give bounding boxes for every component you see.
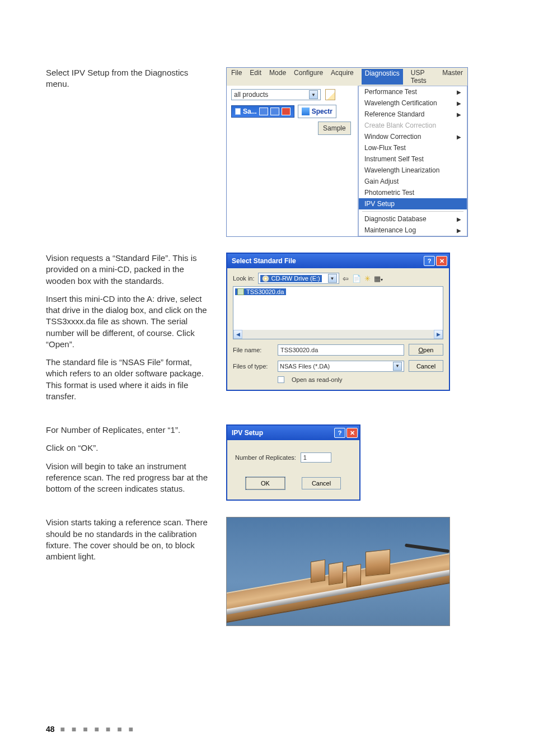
dropdown-item-reference-standard[interactable]: Reference Standard▶ [359, 109, 467, 120]
instruction-text: The standard file is “NSAS File” format,… [46, 357, 214, 402]
horizontal-scrollbar[interactable]: ◀ ▶ [233, 330, 443, 339]
help-icon[interactable]: ? [334, 428, 345, 438]
dropdown-arrow-icon[interactable]: ▼ [328, 274, 337, 283]
ipv-setup-dialog: IPV Setup ? ✕ Number of Replicates: 1 OK… [226, 424, 360, 501]
page-number: 48 [46, 725, 55, 734]
file-icon [237, 288, 244, 295]
dialog-title: IPV Setup [232, 429, 263, 437]
dropdown-item-gain-adjust[interactable]: Gain Adjust [359, 176, 467, 187]
instruction-text: Insert this mini-CD into the A: drive, s… [46, 293, 214, 350]
dropdown-item-photometric-test[interactable]: Photometric Test [359, 187, 467, 198]
window-icon [235, 108, 241, 115]
menu-master[interactable]: Master [442, 69, 463, 85]
sample-button[interactable]: Sample [318, 122, 351, 135]
new-folder-icon[interactable]: ✳ [364, 274, 371, 283]
minimize-icon[interactable] [259, 108, 268, 115]
scroll-right-icon[interactable]: ▶ [434, 330, 443, 339]
docked-window-sa[interactable]: Sa... [231, 105, 294, 118]
menu-mode[interactable]: Mode [269, 69, 286, 85]
calibration-fixture-photo [226, 517, 450, 626]
dropdown-item-performance-test[interactable]: Performance Test▶ [359, 86, 467, 97]
menu-separator [362, 211, 463, 212]
dropdown-arrow-icon[interactable]: ▼ [393, 362, 402, 371]
replicates-label: Number of Replicates: [235, 454, 296, 461]
scroll-left-icon[interactable]: ◀ [233, 330, 242, 339]
menu-acquire[interactable]: Acquire [331, 69, 354, 85]
submenu-arrow-icon: ▶ [457, 111, 461, 118]
select-standard-file-dialog: Select Standard File ? ✕ Look in: CD-RW … [226, 253, 450, 391]
ok-button[interactable]: OK [246, 477, 285, 489]
submenu-arrow-icon: ▶ [457, 227, 461, 234]
dropdown-item-ipv-setup[interactable]: IPV Setup [359, 198, 467, 209]
dialog-title: Select Standard File [232, 257, 296, 265]
menu-file[interactable]: File [231, 69, 242, 85]
open-button[interactable]: Open [409, 344, 443, 356]
diagnostics-dropdown: Performance Test▶ Wavelength Certificati… [358, 86, 467, 236]
filetype-value: NSAS Files (*.DA) [280, 363, 330, 370]
filename-input[interactable]: TSS30020.da [278, 344, 404, 356]
dropdown-item-diagnostic-database[interactable]: Diagnostic Database▶ [359, 213, 467, 225]
cd-drive-icon [262, 275, 269, 282]
dropdown-item-window-correction[interactable]: Window Correction▶ [359, 131, 467, 142]
submenu-arrow-icon: ▶ [457, 216, 461, 222]
cancel-button[interactable]: Cancel [302, 477, 341, 489]
dialog-titlebar: IPV Setup ? ✕ [227, 426, 359, 440]
file-list[interactable]: TSS30020.da ◀ ▶ [233, 286, 443, 339]
up-folder-icon[interactable]: 📄 [352, 274, 361, 283]
instruction-text: Vision will begin to take an instrument … [46, 461, 214, 495]
cancel-button[interactable]: Cancel [409, 360, 443, 372]
products-combo-value: all products [234, 91, 268, 99]
dropdown-item-create-blank-correction: Create Blank Correction [359, 120, 467, 131]
docked-window-title: Sa... [243, 108, 257, 115]
file-item[interactable]: TSS30020.da [235, 288, 286, 295]
help-icon[interactable]: ? [424, 256, 435, 266]
new-document-icon[interactable] [325, 89, 335, 100]
spectr-label: Spectr [312, 108, 332, 115]
dropdown-item-instrument-self-test[interactable]: Instrument Self Test [359, 153, 467, 165]
menu-edit[interactable]: Edit [250, 69, 261, 85]
submenu-arrow-icon: ▶ [457, 89, 461, 95]
spectr-panel[interactable]: Spectr [298, 105, 336, 118]
lookin-label: Look in: [233, 275, 255, 282]
dropdown-arrow-icon[interactable]: ▼ [309, 90, 318, 99]
maximize-icon[interactable] [270, 108, 279, 115]
instruction-text: Select IPV Setup from the Diagnostics me… [46, 67, 214, 90]
replicates-input[interactable]: 1 [301, 452, 331, 463]
instruction-text: Click on “OK”. [46, 442, 214, 454]
close-icon[interactable]: ✕ [436, 256, 447, 266]
menubar: File Edit Mode Configure Acquire Diagnos… [227, 68, 467, 86]
dropdown-item-wavelength-linearization[interactable]: Wavelength Linearization [359, 165, 467, 176]
submenu-arrow-icon: ▶ [457, 134, 461, 140]
app-window-screenshot: File Edit Mode Configure Acquire Diagnos… [226, 67, 468, 237]
dropdown-item-maintenance-log[interactable]: Maintenance Log▶ [359, 225, 467, 236]
close-icon[interactable]: ✕ [346, 428, 358, 438]
menu-diagnostics[interactable]: Diagnostics [362, 69, 403, 85]
views-icon[interactable]: ▦▾ [374, 274, 383, 283]
lookin-value: CD-RW Drive (E:) [271, 275, 320, 282]
page-footer: 48 ■ ■ ■ ■ ■ ■ ■ [46, 725, 135, 734]
readonly-checkbox[interactable] [278, 376, 284, 383]
instruction-text: Vision starts taking a reference scan. T… [46, 517, 214, 562]
readonly-label: Open as read-only [292, 376, 343, 383]
dropdown-item-low-flux-test[interactable]: Low-Flux Test [359, 142, 467, 153]
close-icon[interactable] [282, 108, 291, 115]
instruction-text: Vision requests a “Standard File”. This … [46, 253, 214, 287]
filename-label: File name: [233, 347, 273, 353]
chart-icon [302, 108, 310, 115]
products-combo[interactable]: all products ▼ [231, 89, 321, 100]
filetype-combo[interactable]: NSAS Files (*.DA) ▼ [278, 361, 404, 372]
menu-usp-tests[interactable]: USP Tests [411, 69, 435, 85]
footer-dots: ■ ■ ■ ■ ■ ■ ■ [60, 725, 135, 734]
back-icon[interactable]: ⇦ [343, 274, 349, 283]
menu-configure[interactable]: Configure [294, 69, 323, 85]
dropdown-item-wavelength-certification[interactable]: Wavelength Certification▶ [359, 97, 467, 109]
dialog-titlebar: Select Standard File ? ✕ [227, 254, 449, 268]
filetype-label: Files of type: [233, 363, 273, 370]
lookin-combo[interactable]: CD-RW Drive (E:) ▼ [258, 273, 339, 284]
submenu-arrow-icon: ▶ [457, 100, 461, 106]
instruction-text: For Number of Replicates, enter “1”. [46, 424, 214, 436]
